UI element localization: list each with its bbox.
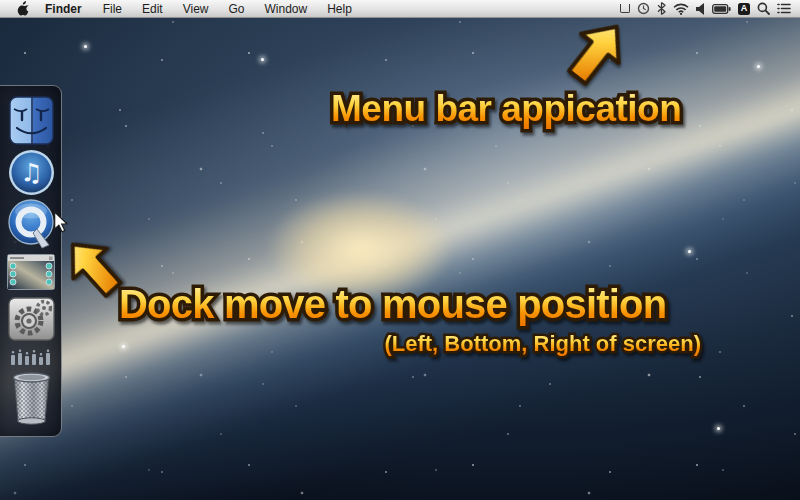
callout-text: Menu bar appication	[331, 88, 681, 129]
svg-text:♫: ♫	[20, 158, 42, 187]
star	[84, 45, 87, 48]
menu-item-finder[interactable]: Finder	[34, 0, 93, 18]
dock-item-minimized-window[interactable]	[7, 254, 55, 294]
star	[757, 65, 760, 68]
dock-item-quicktime[interactable]	[8, 199, 56, 258]
menu-item-file[interactable]: File	[93, 0, 132, 18]
dock-item-finder[interactable]	[9, 95, 54, 150]
callout-dock-move-sub: (Left, Bottom, Right of screen) (Left, B…	[384, 331, 701, 357]
dock-item-equalizer-app[interactable]	[9, 348, 53, 369]
dock-position-icon[interactable]	[620, 0, 630, 18]
apple-logo-icon	[17, 1, 30, 16]
spotlight-icon[interactable]	[757, 0, 770, 18]
volume-icon[interactable]	[696, 0, 705, 18]
callout-dock-move: Dock move to mouse position Dock move to…	[119, 282, 666, 327]
bluetooth-icon[interactable]	[657, 0, 666, 18]
star	[122, 345, 125, 348]
dock-item-itunes[interactable]: ♫	[8, 148, 55, 201]
wifi-icon[interactable]	[673, 0, 689, 18]
menu-bar-status-area: A	[620, 0, 800, 18]
star	[261, 58, 264, 61]
menu-item-go[interactable]: Go	[219, 0, 255, 18]
desktop: Finder File Edit View Go Window Help	[0, 0, 800, 500]
menu-item-window[interactable]: Window	[255, 0, 318, 18]
menu-item-help[interactable]: Help	[317, 0, 362, 18]
input-source-letter: A	[738, 3, 750, 15]
menu-bar-menus: Finder File Edit View Go Window Help	[0, 0, 362, 18]
callout-menu-bar-application: Menu bar appication Menu bar appication	[331, 88, 681, 130]
apple-menu[interactable]	[12, 1, 34, 16]
mouse-cursor	[53, 211, 68, 233]
star	[688, 250, 691, 253]
menu-item-edit[interactable]: Edit	[132, 0, 173, 18]
dock-item-system-preferences[interactable]	[8, 297, 55, 345]
callout-text: (Left, Bottom, Right of screen)	[384, 331, 701, 356]
callout-text: Dock move to mouse position	[119, 282, 666, 326]
notification-center-icon[interactable]	[777, 0, 791, 18]
battery-icon[interactable]	[712, 0, 731, 18]
menu-item-view[interactable]: View	[173, 0, 219, 18]
star	[717, 427, 720, 430]
time-machine-clock-icon[interactable]	[637, 0, 650, 18]
menu-bar: Finder File Edit View Go Window Help	[0, 0, 800, 18]
input-source-icon[interactable]: A	[738, 0, 750, 18]
dock-item-trash[interactable]	[10, 369, 53, 431]
